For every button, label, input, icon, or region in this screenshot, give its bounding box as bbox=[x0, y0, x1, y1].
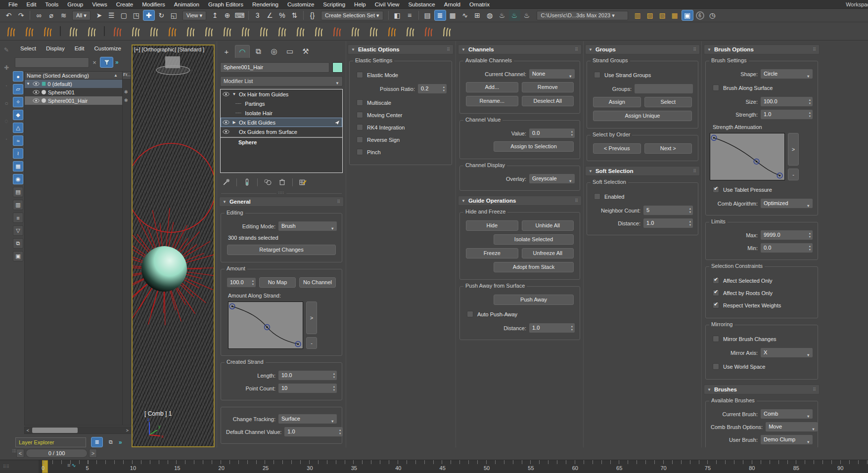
expand-icon[interactable]: ▶ bbox=[232, 120, 236, 125]
save-hair-icon[interactable] bbox=[42, 25, 53, 38]
respect-vertex-weights-checkbox[interactable] bbox=[713, 302, 719, 308]
point-count-spinner[interactable]: 10 bbox=[278, 384, 337, 393]
rectangular-selection-region-icon[interactable]: ▢ bbox=[118, 10, 130, 21]
make-unique-icon[interactable] bbox=[264, 178, 272, 186]
previous-frame-button[interactable]: < bbox=[16, 449, 24, 458]
explorer-menu-edit[interactable]: Edit bbox=[71, 44, 89, 52]
ribbon-toggle-icon[interactable]: ▦ bbox=[447, 10, 458, 21]
pencil-icon[interactable]: ✎ bbox=[4, 46, 9, 53]
render-settings-icon[interactable] bbox=[422, 25, 434, 38]
pin-stack-icon[interactable] bbox=[222, 178, 230, 186]
filter-visibility-icon[interactable]: ◉ bbox=[13, 174, 23, 184]
panel-splitter[interactable] bbox=[583, 42, 584, 447]
layer-explorer-mode-button[interactable]: ≣ bbox=[91, 437, 103, 447]
layer-row-default[interactable]: ▼ ≣ 0 (default) bbox=[25, 80, 122, 88]
brush-along-surface-checkbox[interactable] bbox=[713, 85, 719, 91]
stack-row-edit-guides-selected[interactable]: ▶ Ox Edit Guides bbox=[221, 118, 342, 127]
assign-button[interactable]: Assign bbox=[593, 97, 641, 107]
use-tablet-pressure-checkbox[interactable] bbox=[713, 186, 719, 193]
no-map-button[interactable]: No Map bbox=[259, 277, 296, 288]
explorer-search-input[interactable] bbox=[15, 57, 89, 68]
mesh-from-strands-icon[interactable] bbox=[386, 25, 398, 38]
adopt-from-stack-button[interactable]: Adopt from Stack bbox=[494, 262, 574, 272]
document-icon[interactable]: ▥ bbox=[13, 200, 23, 210]
gravity-icon[interactable] bbox=[239, 25, 251, 38]
amount-curve-widget[interactable] bbox=[228, 301, 303, 349]
modifier-list-dropdown[interactable]: Modifier List bbox=[220, 76, 343, 86]
filter-spacewarps-icon[interactable]: ≈ bbox=[13, 135, 23, 146]
filter-button[interactable] bbox=[100, 57, 113, 68]
rollout-header-groups[interactable]: ▼ Groups ⠿ bbox=[585, 44, 700, 54]
autobackup-count-badge[interactable]: 6 bbox=[696, 11, 704, 20]
next-button[interactable]: Next > bbox=[644, 143, 692, 154]
stack-row-isolate-hair[interactable]: Isolate Hair bbox=[221, 108, 342, 118]
explorer-horizontal-scrollbar[interactable]: < > bbox=[24, 427, 131, 434]
size-spinner[interactable]: 100.0 bbox=[761, 97, 813, 106]
deselect-all-button[interactable]: Deselect All bbox=[522, 96, 574, 106]
stack-row-hair-from-guides[interactable]: ▼ Ox Hair from Guides bbox=[221, 89, 342, 99]
tab-motion[interactable]: ◎ bbox=[267, 45, 281, 58]
orthographic-viewport[interactable]: [+] [Orthographic] [Standard ] [ Comb ] … bbox=[132, 44, 215, 447]
filter-shapes-icon[interactable]: ▱ bbox=[13, 84, 23, 94]
bind-to-space-warp-icon[interactable]: ≋ bbox=[58, 10, 69, 21]
reference-coordinate-dropdown[interactable]: View ▾ bbox=[183, 11, 206, 20]
filter-bones-icon[interactable]: ≀ bbox=[13, 148, 23, 159]
menu-views[interactable]: Views bbox=[88, 0, 111, 8]
tab-hierarchy[interactable]: ⧉ bbox=[251, 45, 266, 58]
document-icon[interactable]: ▤ bbox=[13, 187, 23, 197]
scene-converter-icon[interactable]: ▧ bbox=[657, 10, 668, 21]
value-spinner[interactable]: 0.0 bbox=[529, 129, 575, 138]
frizz-icon[interactable] bbox=[130, 25, 141, 38]
change-tracking-dropdown[interactable]: Surface bbox=[278, 414, 337, 424]
notes-icon[interactable]: ≡ bbox=[13, 213, 23, 223]
next-frame-button[interactable]: > bbox=[89, 449, 97, 458]
current-brush-dropdown[interactable]: Comb bbox=[761, 409, 813, 419]
rollout-divider[interactable]: ∷∷ bbox=[221, 193, 342, 194]
strand-detail-icon[interactable] bbox=[258, 25, 270, 38]
push-away-icon[interactable] bbox=[294, 25, 306, 38]
hair-shading-icon[interactable] bbox=[404, 25, 416, 38]
toolbar-grip[interactable]: ⠿⠿ bbox=[12, 449, 16, 454]
explorer-menu-customize[interactable]: Customize bbox=[91, 44, 125, 52]
undo-icon[interactable]: ↶ bbox=[3, 10, 14, 21]
select-and-scale-icon[interactable]: ◱ bbox=[168, 10, 180, 21]
weaver-icon[interactable] bbox=[367, 25, 379, 38]
surface-comb-icon[interactable] bbox=[221, 25, 233, 38]
comb-algorithm-dropdown[interactable]: Optimized bbox=[761, 199, 813, 208]
object-name[interactable]: Sphere001 bbox=[48, 89, 75, 95]
select-and-rotate-icon[interactable]: ↻ bbox=[156, 10, 167, 21]
shape-dropdown[interactable]: Circle bbox=[761, 69, 813, 79]
curve-collapse-button[interactable]: - bbox=[306, 337, 317, 349]
data-exchange-icon[interactable]: ▦ bbox=[669, 10, 681, 21]
scroll-left-icon[interactable]: < bbox=[25, 428, 31, 433]
hierarchy-mode-button[interactable]: ⧉ bbox=[105, 437, 116, 447]
rename-channel-button[interactable]: Rename... bbox=[466, 96, 518, 106]
current-channel-dropdown[interactable]: None bbox=[529, 69, 575, 79]
workspace-selector[interactable]: Workspace bbox=[846, 1, 868, 7]
column-header-row[interactable]: Name (Sorted Ascending) ▲ bbox=[25, 72, 131, 80]
oscillator-icon[interactable] bbox=[331, 25, 343, 38]
eye-icon[interactable] bbox=[223, 120, 229, 125]
overlay-dropdown[interactable]: Greyscale bbox=[529, 174, 575, 183]
panel-splitter[interactable] bbox=[346, 42, 346, 447]
scrollbar-thum b[interactable] bbox=[32, 428, 78, 433]
ground-strands-icon[interactable] bbox=[86, 25, 97, 38]
filter-lights-icon[interactable]: ✧ bbox=[13, 97, 23, 107]
eye-icon[interactable] bbox=[223, 92, 229, 96]
schematic-icon[interactable]: ⧉ bbox=[13, 238, 23, 249]
object-color-swatch[interactable] bbox=[332, 62, 343, 73]
undo-history-icon[interactable]: ◷ bbox=[707, 10, 718, 21]
use-strand-groups-checkbox[interactable] bbox=[594, 72, 600, 78]
align-icon[interactable]: ≡ bbox=[404, 10, 415, 21]
menu-file[interactable]: File bbox=[4, 0, 22, 8]
rollout-header-brushes[interactable]: ▼ Brushes ⠿ bbox=[704, 385, 820, 394]
add-channel-button[interactable]: Add... bbox=[466, 82, 518, 92]
asset-library-icon[interactable]: ▨ bbox=[644, 10, 656, 21]
menu-customize[interactable]: Customize bbox=[283, 0, 319, 8]
menu-help[interactable]: Help bbox=[350, 0, 370, 8]
schematic-view-icon[interactable]: ⊞ bbox=[472, 10, 483, 21]
expand-icon[interactable]: ▼ bbox=[26, 82, 31, 86]
panel-splitter[interactable] bbox=[217, 42, 217, 447]
menu-group[interactable]: Group bbox=[63, 0, 88, 8]
groups-input[interactable] bbox=[635, 84, 693, 93]
